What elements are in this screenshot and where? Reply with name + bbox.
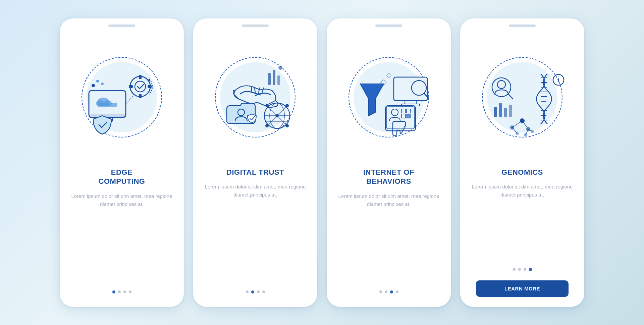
card-description-edge-computing: Lorem ipsum dolor sit dim amet, mea regi… [70,192,173,208]
iob-illustration [342,50,436,144]
svg-rect-37 [268,73,271,85]
svg-line-79 [508,94,513,99]
svg-rect-83 [509,105,512,117]
dot-3 [390,290,393,293]
svg-point-78 [497,80,505,89]
genomics-illustration: i [475,50,569,144]
svg-rect-10 [139,94,142,98]
svg-rect-55 [407,114,411,118]
svg-point-15 [92,84,95,87]
dot-3 [524,268,526,271]
svg-point-7 [130,76,150,97]
illustration-area-genomics: i [460,27,584,168]
card-content-digital-trust: DIGITAL TRUST Lorem ipsum dolor sit dim … [193,168,317,297]
dot-4 [396,290,398,293]
card-title-edge-computing: EDGE COMPUTING [99,168,145,186]
edge-computing-illustration [75,50,169,144]
dot-3 [123,290,126,293]
svg-line-73 [522,121,528,129]
dot-4 [129,290,131,293]
dot-4 [262,290,265,293]
dot-2 [118,290,121,293]
dots-row-digital-trust [246,290,265,293]
svg-rect-42 [394,77,427,101]
svg-text:i: i [558,77,559,83]
svg-line-36 [277,116,287,126]
dot-1 [246,290,249,293]
card-content-genomics: GENOMICS Lorem ipsum dolor sit dim amet,… [460,168,584,297]
illustration-area-edge-computing [60,27,184,168]
illustration-area-digital-trust [193,27,317,168]
dots-row-edge-computing [112,290,131,293]
svg-rect-80 [494,107,497,117]
dot-3 [257,290,260,293]
svg-line-18 [251,87,252,92]
digital-trust-illustration [208,50,302,144]
card-description-genomics: Lorem ipsum dolor sit dim amet, mea regi… [471,183,574,199]
dot-2 [385,290,387,293]
dot-1 [112,290,115,293]
phone-card-edge-computing: EDGE COMPUTING Lorem ipsum dolor sit dim… [60,18,184,307]
cards-container: EDGE COMPUTING Lorem ipsum dolor sit dim… [46,5,598,320]
svg-point-17 [101,83,104,85]
dot-1 [513,268,516,271]
card-title-genomics: GENOMICS [501,168,543,177]
svg-rect-81 [499,103,502,117]
svg-rect-12 [148,85,152,88]
svg-line-20 [259,88,259,94]
dots-row-genomics [513,268,532,271]
phone-notch [108,24,135,27]
svg-rect-9 [139,75,142,79]
svg-rect-39 [277,75,280,85]
phone-card-internet-of-behaviors: INTERNET OF BEHAVIORS Lorem ipsum dolor … [327,18,451,307]
svg-rect-6 [98,103,117,107]
phone-notch-4 [509,24,536,27]
card-description-digital-trust: Lorem ipsum dolor sit dim amet, mea regi… [204,183,307,199]
svg-point-16 [96,80,99,83]
dot-2 [518,268,521,271]
card-content-edge-computing: EDGE COMPUTING Lorem ipsum dolor sit dim… [60,168,184,297]
phone-card-genomics: i GENOMICS Lorem ipsum dolor sit dim ame… [460,18,584,307]
svg-line-14 [126,96,133,104]
svg-rect-38 [273,70,275,85]
learn-more-button[interactable]: LEARN MORE [476,280,568,297]
dot-1 [379,290,382,293]
phone-notch-3 [375,24,402,27]
dots-row-iob [379,290,398,293]
svg-rect-11 [129,85,133,88]
card-title-digital-trust: DIGITAL TRUST [226,168,284,177]
svg-rect-43 [405,101,416,104]
svg-line-34 [277,106,287,116]
svg-point-40 [278,66,282,70]
svg-line-35 [267,116,277,126]
phone-notch-2 [242,24,269,27]
dot-2 [251,290,254,293]
svg-rect-1 [89,114,126,117]
svg-line-72 [512,121,522,127]
card-description-iob: Lorem ipsum dolor sit dim amet, mea regi… [337,192,440,208]
card-title-iob: INTERNET OF BEHAVIORS [363,168,414,186]
card-content-iob: INTERNET OF BEHAVIORS Lorem ipsum dolor … [327,168,451,297]
svg-rect-48 [386,73,391,77]
illustration-area-iob [327,27,451,168]
svg-rect-82 [504,108,507,117]
svg-point-8 [135,81,146,92]
dot-4 [529,268,532,271]
svg-line-74 [512,127,517,133]
svg-line-21 [262,88,264,93]
phone-card-digital-trust: DIGITAL TRUST Lorem ipsum dolor sit dim … [193,18,317,307]
